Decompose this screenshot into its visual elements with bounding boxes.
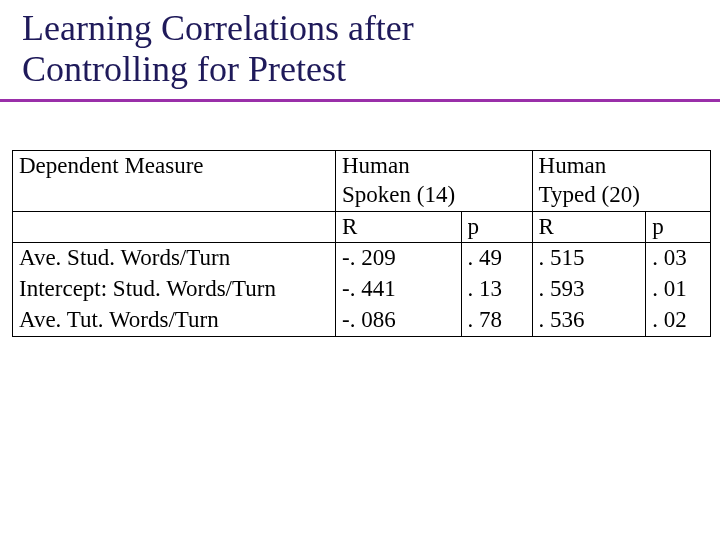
- title-line-1: Learning Correlations after: [22, 8, 414, 48]
- slide-title: Learning Correlations after Controlling …: [0, 0, 720, 91]
- title-underline: [0, 99, 720, 102]
- slide: Learning Correlations after Controlling …: [0, 0, 720, 540]
- row-sR: -. 441: [336, 274, 462, 305]
- row-tp: . 03: [646, 243, 711, 274]
- row-sp: . 78: [461, 305, 532, 336]
- row-tR: . 593: [532, 274, 646, 305]
- header-typed-R: R: [532, 211, 646, 243]
- row-label: Intercept: Stud. Words/Turn: [13, 274, 336, 305]
- header-spoken-R: R: [336, 211, 462, 243]
- header-typed-p: p: [646, 211, 711, 243]
- header-typed-pad2: [646, 181, 711, 211]
- row-tp: . 02: [646, 305, 711, 336]
- row-sR: -. 086: [336, 305, 462, 336]
- header-spoken: Human Spoken (14): [336, 151, 462, 212]
- row-tp: . 01: [646, 274, 711, 305]
- row-label: Ave. Tut. Words/Turn: [13, 305, 336, 336]
- row-sp: . 49: [461, 243, 532, 274]
- header-spoken-pad: [461, 151, 532, 181]
- row-tR: . 515: [532, 243, 646, 274]
- header-spoken-p: p: [461, 211, 532, 243]
- header-dependent-measure: Dependent Measure: [13, 151, 336, 212]
- title-line-2: Controlling for Pretest: [22, 49, 346, 89]
- header-empty: [13, 211, 336, 243]
- row-sp: . 13: [461, 274, 532, 305]
- row-label: Ave. Stud. Words/Turn: [13, 243, 336, 274]
- row-tR: . 536: [532, 305, 646, 336]
- header-typed: Human Typed (20): [532, 151, 646, 212]
- header-typed-pad: [646, 151, 711, 181]
- header-spoken-pad2: [461, 181, 532, 211]
- correlations-table: Dependent Measure Human Spoken (14) Huma…: [12, 150, 711, 337]
- row-sR: -. 209: [336, 243, 462, 274]
